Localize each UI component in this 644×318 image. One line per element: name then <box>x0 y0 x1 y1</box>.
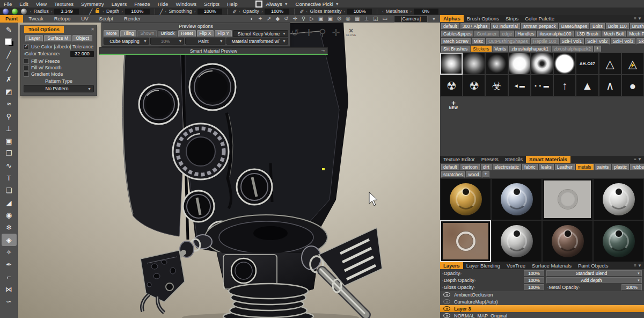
menu-help[interactable]: Help <box>223 1 241 7</box>
material-category-plastic[interactable]: plastic <box>612 164 629 170</box>
brush-preview-sphere-2[interactable] <box>12 9 18 15</box>
alpha-set-artman-penpack[interactable]: artman penpack <box>521 23 558 30</box>
maximize-icon[interactable]: ◱ <box>373 15 378 23</box>
tab-layer-blending[interactable]: Layer Blending <box>463 262 503 269</box>
metalness-value[interactable]: 0% <box>414 9 438 15</box>
brush-preview-sphere-1[interactable] <box>3 9 9 15</box>
grid-icon[interactable]: ▦ <box>355 15 360 23</box>
alpha-set-scifi-vol3[interactable]: SciFi Vol3 <box>611 38 635 45</box>
visibility-eye-icon[interactable] <box>443 313 450 318</box>
color-swatches[interactable] <box>5 38 13 46</box>
alpha-set-brushes[interactable]: Brushes <box>630 23 644 30</box>
radius-value[interactable]: 3.349 <box>54 9 79 15</box>
material-category-metals[interactable]: metals <box>576 164 594 170</box>
tab-brush-options[interactable]: Brush Options <box>464 15 502 22</box>
alpha-set-zbrushalphapack2[interactable]: zbrushalphapack2 <box>552 46 593 52</box>
droplet-icon[interactable]: ◆ <box>275 15 280 23</box>
visibility-eye-icon[interactable] <box>443 306 450 311</box>
material-rust-plate[interactable] <box>440 220 491 262</box>
alpha-set-slit-brushes[interactable]: Slit Brushes <box>441 46 470 52</box>
alpha-set-zbrushalphapack1[interactable]: zbrushalphapack1 <box>509 46 551 52</box>
pan-stencil-icon[interactable]: ✛ <box>332 27 340 39</box>
stamp-tool[interactable]: ⊥ <box>2 122 17 135</box>
brush-preview-sphere-3[interactable] <box>21 9 27 15</box>
brush-icon[interactable]: ✐ <box>232 9 237 15</box>
checkbox-checked-icon[interactable] <box>24 44 29 49</box>
tab-retopo[interactable]: Retopo <box>49 15 76 23</box>
picking-mode-dropdown[interactable]: Connective Picki ▼ <box>292 1 343 7</box>
picker-tool[interactable]: ✒ <box>2 258 17 271</box>
preview-dropdown-30[interactable]: 30%▼ <box>150 38 184 45</box>
material-white-metal[interactable] <box>593 178 644 220</box>
alpha-dashes[interactable]: ▪ ▪ ▬ <box>531 75 553 97</box>
preview-flip-y-button[interactable]: Flip Y <box>215 30 232 37</box>
gradient-mode-row[interactable]: Gradient Mode <box>24 71 94 77</box>
fill-tool[interactable]: ◈ <box>2 234 17 246</box>
tab-presets[interactable]: Presets <box>478 156 502 163</box>
alpha-set-scifi-vol2[interactable]: SciFi Vol2 <box>585 38 610 45</box>
tool-options-header[interactable]: Tool Options ✕ <box>21 25 97 33</box>
visibility-eye-icon[interactable] <box>443 299 450 304</box>
tab-alphas[interactable]: Alphas <box>440 15 464 22</box>
smoothing-value[interactable]: 100% <box>197 9 222 15</box>
alpha-set-container[interactable]: Container <box>474 31 499 37</box>
material-category-electrostatic[interactable]: electrostatic <box>493 164 521 170</box>
tab-tweak[interactable]: Tweak <box>23 15 48 23</box>
preview-dropdown-cube-mapping[interactable]: Cube Mapping▼ <box>104 38 149 45</box>
alpha-grunge-circle[interactable]: ● <box>621 75 644 97</box>
stencil-mode-dropdown[interactable]: Stencil Keep Volume▼ <box>233 30 288 37</box>
material-category-rubber[interactable]: rubber <box>630 164 644 170</box>
axis-icon[interactable]: ⊥ <box>364 15 369 23</box>
erase-brush-tool[interactable]: ✗ <box>2 73 17 85</box>
brush-tool[interactable]: ✎ <box>2 24 17 36</box>
material-category-leather[interactable]: Leather <box>555 164 575 170</box>
copy-tool[interactable]: ❐ <box>2 147 17 160</box>
opacity-value[interactable]: 100% <box>265 9 289 15</box>
alpha-set-reptile-100[interactable]: Reptile 100 <box>531 38 559 45</box>
layer-row-ambientocclusion[interactable]: AmbientOcclusion <box>440 291 644 298</box>
alpha-warning-triangle[interactable]: △ <box>599 53 621 75</box>
shield-icon[interactable]: ◎ <box>346 15 350 23</box>
clone-tool[interactable]: ⌐ <box>2 271 17 283</box>
alpha-set-bolts[interactable]: Bolts <box>590 23 605 30</box>
alpha-set-60-industrial[interactable]: 60 Industrial <box>491 23 520 30</box>
fill-mode-object[interactable]: Object <box>72 35 92 42</box>
blend-mode-dropdown[interactable]: Standard Blend▼ <box>546 270 642 277</box>
depth-opacity-value[interactable]: 100% <box>524 277 544 284</box>
checkbox-icon[interactable] <box>24 59 29 64</box>
alpha-set-mech-props[interactable]: Mech Props <box>627 31 644 37</box>
material-silver[interactable] <box>491 220 542 262</box>
tab-texture-editor[interactable]: Texture Editor <box>440 156 478 163</box>
magic-wand-tool[interactable]: ✧ <box>2 246 17 258</box>
alpha-set-outpushingshapes[interactable]: OutPushingShapes <box>486 38 530 45</box>
alpha-chevron[interactable]: ∧ <box>599 75 621 97</box>
layer-row-layer-3[interactable]: Layer 3 <box>440 305 644 312</box>
alpha-up-arrow[interactable]: ↑ <box>553 75 576 97</box>
tab-surface-materials[interactable]: Surface Materials <box>529 262 575 269</box>
menu-hide[interactable]: Hide <box>154 1 172 7</box>
freeze-tool[interactable]: ❄ <box>2 221 17 234</box>
preview-unlock-button[interactable]: Unlock <box>158 30 177 37</box>
zoom-view-icon[interactable]: ⚲ <box>302 15 305 23</box>
alpha-soft-round-dim[interactable] <box>463 53 485 75</box>
panel-menu-icon[interactable]: ≡ ▼ <box>634 157 644 162</box>
tab-uv[interactable]: UV <box>76 15 93 23</box>
preview-flip-x-button[interactable]: Flip X <box>197 30 214 37</box>
alpha-voltage-triangle[interactable]: △⚡ <box>621 53 644 75</box>
frame-all-icon[interactable]: ▣ <box>318 15 323 23</box>
alpha-radiation-2[interactable]: ☢ <box>463 75 485 97</box>
preview-tiling-button[interactable]: Tiling <box>120 30 136 37</box>
robot-port-d[interactable] <box>183 191 214 222</box>
menu-layers[interactable]: Layers <box>108 1 131 7</box>
tab-smart-materials[interactable]: Smart Materials <box>526 156 570 163</box>
tab-paint[interactable]: Paint <box>0 15 23 23</box>
alpha-solid-triangle[interactable]: ▲ <box>576 75 598 97</box>
preview-shown-button[interactable]: Shown <box>137 30 157 37</box>
menu-freeze[interactable]: Freeze <box>130 1 154 7</box>
image-stencil-tool[interactable]: ▣ <box>2 135 17 147</box>
tab-strips[interactable]: Strips <box>502 15 522 22</box>
depth-blend-dropdown[interactable]: Add depth▼ <box>546 277 642 284</box>
material-gold[interactable] <box>440 178 491 220</box>
material-category-cartoon[interactable]: cartoon <box>460 164 480 170</box>
menu-symmetry[interactable]: Symmetry <box>77 1 108 7</box>
